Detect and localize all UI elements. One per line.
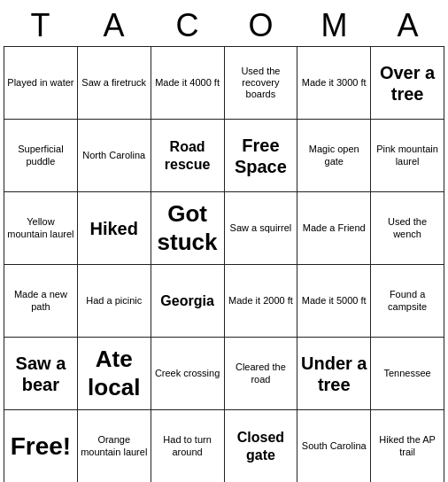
cell-23: Found a campsite	[371, 265, 444, 338]
cell-14: Got stuck	[151, 192, 225, 265]
cell-4: Made it 3000 ft	[297, 47, 371, 120]
cell-10: Magic open gate	[297, 120, 371, 192]
cell-29: Tennessee	[371, 338, 444, 410]
title-letter-M: M	[299, 7, 370, 44]
cell-0: Played in water	[4, 47, 78, 120]
cell-1: Saw a firetruck	[78, 47, 151, 120]
cell-8: Road rescue	[151, 120, 225, 192]
cell-18: Made a new path	[4, 265, 78, 338]
cell-27: Cleared the road	[225, 338, 298, 410]
cell-32: Had to turn around	[151, 410, 225, 482]
cell-11: Pink mountain laurel	[371, 120, 444, 192]
title-letter-A: A	[79, 7, 150, 44]
title-letter-T: T	[5, 7, 76, 44]
title-letter-A: A	[373, 7, 444, 44]
cell-16: Made a Friend	[297, 192, 371, 265]
cell-24: Saw a bear	[4, 338, 78, 410]
cell-7: North Carolina	[78, 120, 151, 192]
cell-20: Georgia	[151, 265, 225, 338]
title-row: TACOMA	[4, 4, 444, 46]
title-letter-C: C	[152, 7, 223, 44]
title-letter-O: O	[226, 7, 297, 44]
cell-19: Had a picinic	[78, 265, 151, 338]
cell-17: Used the wench	[371, 192, 444, 265]
cell-9: Free Space	[225, 120, 298, 192]
cell-13: Hiked	[78, 192, 151, 265]
cell-2: Made it 4000 ft	[151, 47, 225, 120]
cell-30: Free!	[4, 410, 78, 482]
cell-6: Superficial puddle	[4, 120, 78, 192]
cell-15: Saw a squirrel	[225, 192, 298, 265]
cell-26: Creek crossing	[151, 338, 225, 410]
cell-31: Orange mountain laurel	[78, 410, 151, 482]
cell-5: Over a tree	[371, 47, 444, 120]
cell-3: Used the recovery boards	[225, 47, 298, 120]
cell-35: Hiked the AP trail	[371, 410, 444, 482]
cell-34: South Carolina	[297, 410, 371, 482]
cell-28: Under a tree	[297, 338, 371, 410]
bingo-grid: Played in waterSaw a firetruckMade it 40…	[4, 46, 444, 482]
cell-22: Made it 5000 ft	[297, 265, 371, 338]
cell-21: Made it 2000 ft	[225, 265, 298, 338]
cell-25: Ate local	[78, 338, 151, 410]
cell-33: Closed gate	[225, 410, 298, 482]
cell-12: Yellow mountain laurel	[4, 192, 78, 265]
